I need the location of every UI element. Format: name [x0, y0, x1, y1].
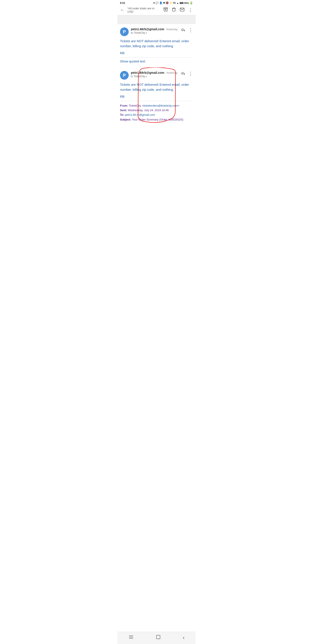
sender-email-1: petn1.66rb@gmail.com [131, 28, 164, 31]
show-quoted-text-link[interactable]: Show quoted text [120, 60, 145, 63]
quoted-email-block: P petn1.66rb@gmail.com Yesterday to Tick… [117, 68, 196, 126]
email-actions-1: ⋮ [181, 28, 193, 33]
back-button[interactable]: ← [120, 7, 125, 13]
chevron-down-icon-1: ▾ [146, 32, 147, 34]
email-header-2: P petn1.66rb@gmail.com Yesterday to Tick… [120, 71, 193, 80]
from-email-link[interactable]: ticketorders@ticketcity.com [143, 104, 178, 107]
toolbar: ← *All order totals are in USD ⋮ [117, 5, 196, 15]
email-meta-2: petn1.66rb@gmail.com Yesterday to Ticket… [131, 71, 181, 78]
from-close: > [178, 104, 179, 107]
spotify-icon: ⊙ [153, 2, 155, 4]
wifi-icon: ▲ [177, 2, 179, 4]
to-label: To: [120, 113, 124, 116]
status-bar: 8:01 ⊙ 💬 👤 ✱ 🔇 ⚡ 4G ▲ ▮▮▮ 99% 🔋 [117, 0, 196, 5]
forwarded-from-line: From: TicketCity <ticketorders@ticketcit… [120, 104, 193, 108]
message-icon: 💬 [156, 2, 159, 4]
email-to-2[interactable]: to TicketCity ▾ [131, 75, 181, 78]
forwarded-section: From: TicketCity <ticketorders@ticketcit… [120, 101, 193, 122]
archive-icon[interactable] [163, 7, 168, 13]
toolbar-title: *All order totals are in USD [127, 7, 161, 13]
email-time-2: Yesterday [166, 71, 178, 74]
reply-icon-1[interactable] [181, 28, 185, 33]
lte-icon: 4G [173, 2, 176, 4]
sent-value: Wednesday, July 24, 2019 16:46 [128, 108, 169, 112]
avatar-2: P [120, 71, 129, 80]
battery-icon: 🔋 [190, 1, 193, 4]
email-body-2: Tickets are NOT delivered! Entered email… [120, 82, 193, 92]
status-icons: ⊙ 💬 👤 ✱ 🔇 ⚡ 4G ▲ ▮▮▮ 99% 🔋 [153, 1, 193, 4]
forwarded-to-line: To: petn1.66.rb@gmail.com [120, 113, 193, 117]
reply-icon-2[interactable] [181, 71, 185, 76]
top-divider [117, 15, 196, 24]
email-actions-2: ⋮ [181, 71, 193, 76]
email-body-1: Tickets are NOT delivered! Entered email… [120, 39, 193, 48]
forwarded-subject-line: Subject: Your Order Summary (Order #2852… [120, 118, 193, 122]
annotated-section: P petn1.66rb@gmail.com Yesterday to Tick… [117, 68, 196, 126]
avatar-1: P [120, 28, 129, 36]
more-options-icon-2[interactable]: ⋮ [188, 71, 193, 76]
charging-icon: ⚡ [169, 2, 172, 4]
email-time-1: Yesterday [166, 28, 178, 31]
svg-rect-0 [164, 8, 168, 8]
sent-label: Sent: [120, 108, 127, 112]
status-time: 8:01 [120, 2, 125, 4]
subject-label: Subject: [120, 118, 131, 121]
divider-1 [120, 58, 193, 58]
forwarded-sent-line: Sent: Wednesday, July 24, 2019 16:46 [120, 108, 193, 112]
email-signature-1: RB [120, 51, 193, 55]
email-signature-2: RB [120, 95, 193, 98]
signal-icon: ▮▮▮ [180, 2, 183, 4]
more-options-icon[interactable]: ⋮ [188, 7, 193, 13]
toolbar-icons: ⋮ [163, 7, 193, 13]
chevron-down-icon-2: ▾ [146, 75, 147, 78]
email-meta-1: petn1.66rb@gmail.com Yesterday to Ticket… [131, 28, 181, 34]
email-block-1: P petn1.66rb@gmail.com Yesterday to Tick… [117, 24, 196, 68]
to-value[interactable]: petn1.66.rb@gmail.com [125, 113, 155, 116]
subject-value: Your Order Summary (Order #28526325) [132, 118, 183, 121]
from-value: TicketCity < [129, 104, 143, 107]
nav-spacer [117, 126, 196, 141]
more-options-icon-1[interactable]: ⋮ [188, 28, 193, 33]
sender-email-2: petn1.66rb@gmail.com [131, 71, 164, 74]
person-icon: 👤 [159, 2, 162, 4]
mute-icon: 🔇 [166, 2, 169, 4]
email-to-1[interactable]: to TicketCity ▾ [131, 31, 181, 34]
email-from-row-1: petn1.66rb@gmail.com Yesterday [131, 28, 181, 31]
trash-icon[interactable] [172, 7, 176, 13]
bluetooth-icon: ✱ [163, 2, 165, 4]
email-header-1: P petn1.66rb@gmail.com Yesterday to Tick… [120, 28, 193, 36]
mail-icon[interactable] [180, 7, 185, 13]
battery-percentage: 99% [184, 2, 189, 4]
email-from-row-2: petn1.66rb@gmail.com Yesterday [131, 71, 181, 74]
from-label: From: [120, 104, 128, 107]
